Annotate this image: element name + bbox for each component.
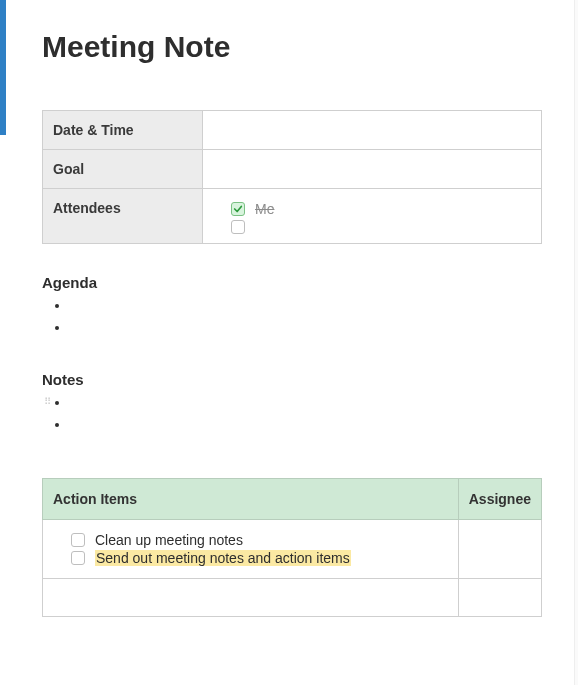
notes-item[interactable] [70,416,542,438]
action-checkbox[interactable] [71,533,85,547]
meta-label-attendees: Attendees [43,189,203,244]
action-row-empty [43,579,542,617]
action-assignee-empty[interactable] [458,579,541,617]
page-title: Meeting Note [42,30,542,64]
notes-item[interactable] [70,394,542,416]
attendee-checkbox[interactable] [231,202,245,216]
attendee-item: Me [231,198,513,220]
agenda-item[interactable] [70,319,542,341]
meta-table: Date & Time Goal Attendees Me [42,110,542,244]
notes-list[interactable] [42,394,542,438]
action-header-assignee: Assignee [458,479,541,520]
meta-label-datetime: Date & Time [43,111,203,150]
action-row: Clean up meeting notes Send out meeting … [43,520,542,579]
agenda-list[interactable] [42,297,542,341]
meta-value-goal[interactable] [203,150,542,189]
action-assignee-cell[interactable] [458,520,541,579]
meta-row-attendees: Attendees Me [43,189,542,244]
check-icon [233,204,243,214]
right-scroll-edge [574,0,578,685]
meta-label-goal: Goal [43,150,203,189]
meta-row-datetime: Date & Time [43,111,542,150]
action-checkbox[interactable] [71,551,85,565]
action-item-text-highlighted[interactable]: Send out meeting notes and action items [95,550,351,566]
meta-value-datetime[interactable] [203,111,542,150]
attendee-name: Me [255,198,274,220]
attendee-item-empty [231,220,513,234]
action-item-text[interactable]: Clean up meeting notes [95,532,243,548]
drag-handle-icon[interactable]: ⠿ [44,400,53,404]
meta-row-goal: Goal [43,150,542,189]
action-items-table: Action Items Assignee Clean up meeting n… [42,478,542,617]
notes-heading: Notes [42,371,542,388]
attendee-checkbox-empty[interactable] [231,220,245,234]
action-item-empty[interactable] [43,579,459,617]
action-header-items: Action Items [43,479,459,520]
agenda-item[interactable] [70,297,542,319]
agenda-heading: Agenda [42,274,542,291]
